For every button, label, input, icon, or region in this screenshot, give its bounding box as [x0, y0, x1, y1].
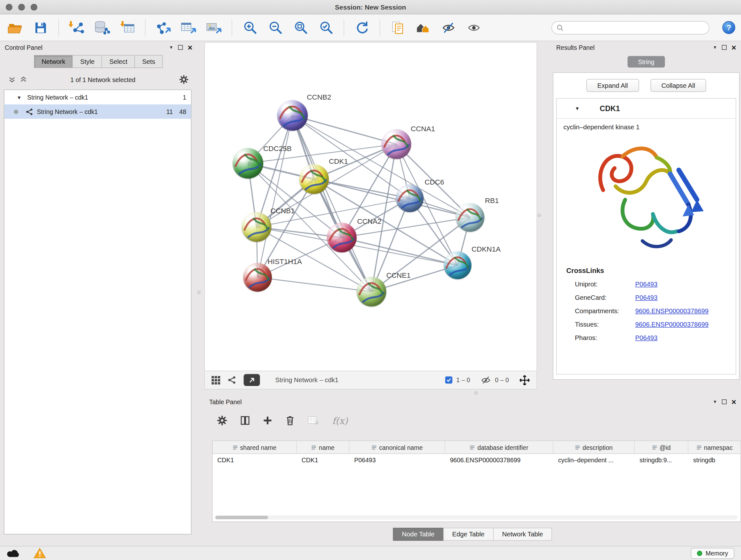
section-disclosure-icon[interactable]: ▼: [575, 106, 580, 111]
table-row[interactable]: CDK1CDK1P064939606.ENSP00000378699cyclin…: [212, 454, 741, 466]
panel-menu-icon[interactable]: ▼: [713, 400, 717, 404]
share-network-icon[interactable]: [228, 376, 236, 384]
network-node-ccne1[interactable]: [357, 277, 387, 307]
network-node-hist1h1a[interactable]: [243, 263, 272, 292]
panel-menu-icon[interactable]: ▼: [169, 45, 173, 50]
column-header--id[interactable]: @id: [635, 441, 688, 454]
close-window-button[interactable]: [6, 4, 12, 10]
splitter-handle[interactable]: [475, 391, 478, 395]
network-collection-row[interactable]: ▼ String Network – cdk1 1: [4, 90, 191, 105]
panel-float-icon[interactable]: [722, 399, 727, 404]
tab-select[interactable]: Select: [102, 55, 135, 68]
cloud-icon[interactable]: [7, 549, 21, 558]
table-cell[interactable]: P06493: [349, 454, 445, 466]
tab-string[interactable]: String: [628, 56, 665, 68]
column-header-description[interactable]: description: [553, 441, 635, 454]
column-header-database-identifier[interactable]: database identifier: [445, 441, 553, 454]
panel-close-icon[interactable]: ×: [731, 44, 736, 52]
crosslink-genecard-link[interactable]: P06493: [635, 294, 658, 301]
tab-edge-table[interactable]: Edge Table: [443, 528, 494, 541]
panel-close-icon[interactable]: ×: [188, 44, 192, 52]
network-node-cdk1[interactable]: [299, 165, 329, 194]
zoom-fit-button[interactable]: [291, 18, 310, 37]
pan-crosshair-icon[interactable]: [520, 375, 530, 385]
collection-disclosure-icon[interactable]: ▼: [17, 95, 22, 100]
column-header-canonical-name[interactable]: canonical name: [349, 441, 445, 454]
export-table-button[interactable]: [179, 18, 198, 37]
refresh-view-button[interactable]: [352, 18, 372, 37]
expand-all-button[interactable]: Expand All: [586, 79, 639, 92]
import-network-from-file-button[interactable]: [67, 18, 86, 37]
column-header-namespac[interactable]: namespac: [688, 441, 741, 454]
network-node-ccnb2[interactable]: [277, 100, 308, 131]
hidden-eye-slash-icon[interactable]: [481, 376, 491, 384]
table-settings-gear-icon[interactable]: [217, 415, 227, 426]
help-button[interactable]: ?: [723, 21, 736, 34]
collapse-all-icon[interactable]: [9, 76, 15, 83]
network-options-gear-icon[interactable]: [179, 75, 189, 84]
import-table-button[interactable]: [118, 18, 137, 37]
network-node-ccna1[interactable]: [382, 129, 411, 159]
network-node-rb1[interactable]: [456, 203, 484, 232]
zoom-selected-button[interactable]: [317, 18, 336, 37]
tab-node-table[interactable]: Node Table: [393, 528, 444, 541]
splitter-handle[interactable]: [197, 291, 201, 294]
splitter-handle[interactable]: [538, 213, 541, 217]
table-cell[interactable]: cyclin–dependent ...: [553, 454, 635, 466]
show-details-button[interactable]: [464, 18, 483, 37]
network-canvas[interactable]: CCNB2CCNA1CDC25BCDK1CDC6RB1CCNB1CCNA2CDK…: [205, 42, 537, 371]
grid-view-icon[interactable]: [212, 376, 220, 384]
birdseye-view-button[interactable]: [244, 374, 260, 386]
crosslink-tissues-link[interactable]: 9606.ENSP00000378699: [635, 321, 709, 328]
crosslink-compartments-link[interactable]: 9606.ENSP00000378699: [635, 307, 709, 315]
show-columns-icon[interactable]: [240, 416, 250, 425]
expand-all-icon[interactable]: [20, 76, 27, 83]
panel-float-icon[interactable]: [722, 45, 727, 50]
tab-sets[interactable]: Sets: [135, 55, 163, 68]
function-builder-button[interactable]: f(x): [332, 415, 348, 426]
export-network-button[interactable]: [154, 18, 173, 37]
gene-section-header[interactable]: ▼ CDK1: [557, 99, 736, 119]
open-session-button[interactable]: [6, 18, 25, 37]
table-cell[interactable]: stringdb: [688, 454, 741, 466]
panel-close-icon[interactable]: ×: [731, 398, 736, 406]
network-tree-item[interactable]: String Network – cdk1 11 48: [4, 105, 191, 119]
table-cell[interactable]: CDK1: [212, 454, 297, 466]
search-input[interactable]: [566, 24, 704, 31]
documents-button[interactable]: [388, 18, 408, 37]
panel-float-icon[interactable]: [178, 45, 183, 50]
minimize-window-button[interactable]: [18, 4, 25, 10]
scrollbar-thumb[interactable]: [215, 516, 268, 519]
node-selection-checkbox[interactable]: [445, 376, 453, 384]
table-cell[interactable]: stringdb:9...: [635, 454, 688, 466]
column-header-name[interactable]: name: [297, 441, 349, 454]
table-cell[interactable]: CDK1: [297, 454, 349, 466]
panel-menu-icon[interactable]: ▼: [713, 45, 717, 50]
add-column-icon[interactable]: [263, 416, 273, 425]
network-node-cdkn1a[interactable]: [444, 252, 472, 279]
network-node-cdc6[interactable]: [396, 185, 424, 212]
crosslink-uniprot-link[interactable]: P06493: [635, 281, 658, 288]
save-session-button[interactable]: [31, 18, 51, 37]
import-network-from-database-button[interactable]: [92, 18, 112, 37]
hide-details-button[interactable]: [439, 18, 458, 37]
delete-column-trash-icon[interactable]: [285, 415, 295, 426]
tab-network-table[interactable]: Network Table: [493, 528, 552, 541]
memory-button[interactable]: Memory: [691, 548, 734, 559]
zoom-out-button[interactable]: [266, 18, 285, 37]
export-image-button[interactable]: [205, 18, 224, 37]
home-button[interactable]: [414, 18, 433, 37]
network-node-ccna2[interactable]: [327, 223, 357, 253]
collapse-all-button[interactable]: Collapse All: [650, 79, 706, 92]
zoom-in-button[interactable]: [240, 18, 259, 37]
column-header-shared-name[interactable]: shared name: [212, 441, 297, 454]
tab-style[interactable]: Style: [72, 55, 102, 68]
zoom-window-button[interactable]: [30, 4, 37, 10]
crosslink-pharos-link[interactable]: P06493: [635, 334, 658, 341]
network-node-ccnb1[interactable]: [242, 212, 272, 242]
warning-icon[interactable]: [33, 548, 46, 558]
tab-network[interactable]: Network: [34, 55, 73, 68]
table-cell[interactable]: 9606.ENSP00000378699: [445, 454, 553, 466]
horizontal-scrollbar[interactable]: [214, 515, 738, 520]
network-node-cdc25b[interactable]: [232, 148, 263, 179]
